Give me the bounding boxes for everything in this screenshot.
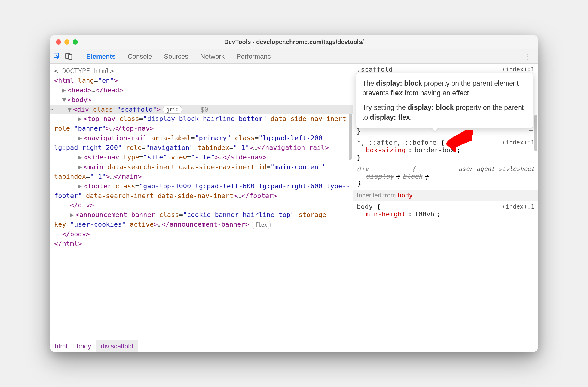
css-rule-body[interactable]: body { (index):1 min-height: 100vh; bbox=[353, 201, 538, 220]
more-menu-icon[interactable]: ⋮ bbox=[521, 52, 535, 61]
devtools-window: DevTools - developer.chrome.com/tags/dev… bbox=[50, 35, 538, 352]
tab-console[interactable]: Console bbox=[122, 49, 158, 63]
breadcrumb-body[interactable]: body bbox=[72, 340, 96, 352]
maximize-window-button[interactable] bbox=[73, 39, 78, 45]
source-link[interactable]: (index):1 bbox=[502, 66, 534, 73]
source-link[interactable]: (index):1 bbox=[502, 139, 534, 146]
inspect-element-icon[interactable] bbox=[53, 52, 61, 61]
tab-sources[interactable]: Sources bbox=[158, 49, 194, 63]
tab-performance[interactable]: Performanc bbox=[231, 49, 277, 63]
css-rule-ua-div[interactable]: div { user agent stylesheet display: blo… bbox=[353, 163, 538, 190]
titlebar: DevTools - developer.chrome.com/tags/dev… bbox=[50, 35, 538, 49]
scrollbar[interactable] bbox=[349, 109, 352, 160]
source-link[interactable]: (index):1 bbox=[502, 203, 534, 210]
dom-tree[interactable]: <!DOCTYPE html> <html lang="en"> ▶<head>… bbox=[50, 64, 353, 340]
breadcrumb-html[interactable]: html bbox=[50, 340, 72, 352]
close-window-button[interactable] bbox=[56, 39, 61, 45]
selector-text: .scaffold bbox=[357, 66, 393, 73]
grid-badge[interactable]: grid bbox=[163, 106, 182, 114]
inherited-from-header: Inherited from body bbox=[353, 190, 538, 201]
window-title: DevTools - developer.chrome.com/tags/dev… bbox=[50, 39, 538, 45]
hint-tooltip: The display: block property on the paren… bbox=[356, 73, 533, 128]
breadcrumb-selected[interactable]: div.scaffold bbox=[96, 340, 138, 352]
tab-network[interactable]: Network bbox=[194, 49, 231, 63]
svg-rect-2 bbox=[69, 54, 72, 59]
breadcrumb: html body div.scaffold bbox=[50, 340, 353, 352]
devtools-toolbar: Elements Console Sources Network Perform… bbox=[50, 49, 538, 64]
doctype-node[interactable]: <!DOCTYPE html> bbox=[54, 67, 114, 75]
traffic-lights bbox=[50, 39, 78, 45]
minimize-window-button[interactable] bbox=[64, 39, 69, 45]
selected-dom-node[interactable]: ⋯ ▼<div class="scaffold">grid == $0 bbox=[50, 105, 353, 114]
panel-tabs: Elements Console Sources Network Perform… bbox=[80, 49, 277, 63]
flex-badge[interactable]: flex bbox=[252, 221, 271, 229]
dom-panel: <!DOCTYPE html> <html lang="en"> ▶<head>… bbox=[50, 64, 353, 352]
device-toggle-icon[interactable] bbox=[65, 52, 73, 61]
annotation-arrow-icon bbox=[446, 130, 473, 153]
tab-elements[interactable]: Elements bbox=[80, 49, 122, 63]
source-ua-label: user agent stylesheet bbox=[458, 165, 534, 172]
eq-dollar-indicator: == $0 bbox=[188, 106, 208, 113]
svg-marker-13 bbox=[446, 133, 472, 152]
